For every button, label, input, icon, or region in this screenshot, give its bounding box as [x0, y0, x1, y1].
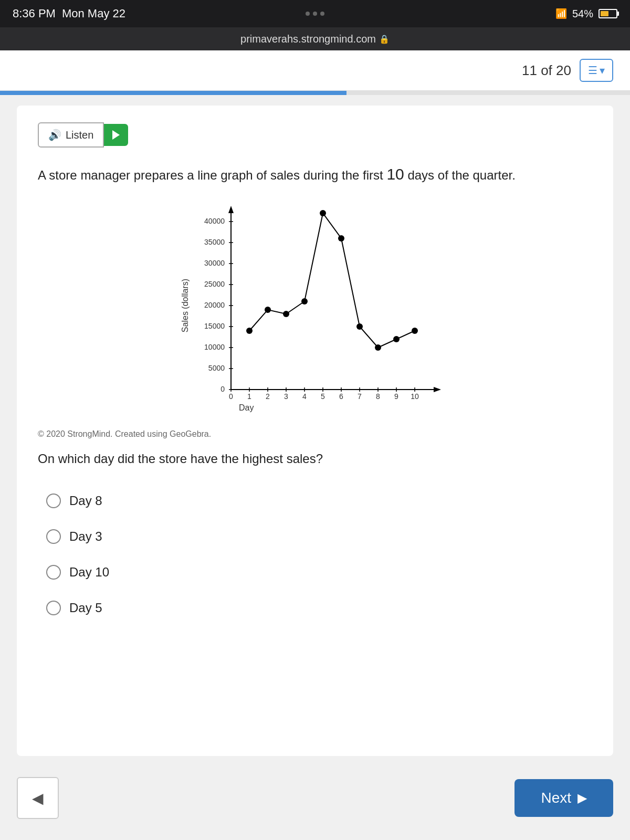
svg-text:1: 1 — [247, 392, 251, 401]
question-text: A store manager prepares a line graph of… — [38, 162, 592, 186]
svg-text:6: 6 — [339, 392, 343, 401]
speaker-icon: 🔊 — [48, 129, 61, 141]
listen-label: Listen — [66, 129, 93, 141]
next-button[interactable]: Next ▶ — [514, 779, 613, 817]
svg-point-47 — [265, 307, 271, 313]
svg-point-48 — [283, 311, 289, 317]
progress-count: 11 of 20 — [522, 62, 571, 79]
line-chart: 0 5000 10000 15000 20000 25000 30000 — [178, 201, 452, 421]
svg-point-55 — [412, 328, 418, 334]
listen-button[interactable]: 🔊 Listen — [38, 122, 104, 148]
list-icon: ☰ — [588, 64, 597, 77]
next-arrow-icon: ▶ — [578, 791, 587, 805]
list-item[interactable]: Day 8 — [38, 483, 592, 519]
svg-text:40000: 40000 — [204, 217, 225, 225]
radio-button-3[interactable] — [46, 565, 61, 580]
svg-text:3: 3 — [284, 392, 288, 401]
svg-marker-3 — [434, 387, 441, 392]
status-dot-1 — [306, 12, 310, 16]
svg-text:20000: 20000 — [204, 301, 225, 309]
svg-text:9: 9 — [394, 392, 398, 401]
svg-point-49 — [301, 298, 308, 304]
svg-text:35000: 35000 — [204, 238, 225, 246]
svg-text:4: 4 — [302, 392, 307, 401]
svg-text:Sales (dollars): Sales (dollars) — [181, 279, 190, 332]
chart-container: 0 5000 10000 15000 20000 25000 30000 — [38, 201, 592, 421]
time-display: 8:36 PM — [13, 7, 56, 20]
svg-point-51 — [338, 235, 344, 242]
next-label: Next — [541, 790, 571, 806]
main-content-area: 🔊 Listen A store manager prepares a line… — [17, 106, 613, 756]
list-menu-button[interactable]: ☰ ▾ — [580, 59, 613, 82]
status-dot-3 — [320, 12, 324, 16]
svg-text:30000: 30000 — [204, 259, 225, 267]
option-label-1: Day 8 — [69, 494, 102, 508]
chevron-down-icon: ▾ — [600, 64, 605, 77]
svg-point-50 — [320, 210, 326, 216]
copyright-text: © 2020 StrongMind. Created using GeoGebr… — [38, 429, 592, 439]
sub-question-text: On which day did the store have the high… — [38, 452, 592, 466]
battery-percentage: 54% — [572, 8, 593, 20]
svg-text:10000: 10000 — [204, 343, 225, 351]
radio-button-1[interactable] — [46, 494, 61, 508]
answer-options: Day 8 Day 3 Day 10 Day 5 — [38, 483, 592, 626]
svg-point-54 — [393, 336, 400, 342]
question-number: 10 — [386, 165, 404, 183]
svg-text:25000: 25000 — [204, 280, 225, 288]
url-bar: primaverahs.strongmind.com 🔒 — [0, 27, 630, 50]
svg-point-52 — [356, 323, 363, 330]
back-button[interactable]: ◀ — [17, 777, 59, 819]
question-text-after: days of the quarter. — [404, 168, 516, 182]
radio-button-2[interactable] — [46, 529, 61, 544]
url-text: primaverahs.strongmind.com — [240, 33, 376, 45]
list-item[interactable]: Day 5 — [38, 590, 592, 626]
svg-text:2: 2 — [266, 392, 270, 401]
svg-text:10: 10 — [411, 392, 419, 401]
option-label-2: Day 3 — [69, 529, 102, 544]
progress-bar-fill — [0, 91, 346, 95]
svg-point-46 — [246, 328, 253, 334]
battery-indicator — [598, 9, 617, 18]
play-button[interactable] — [104, 124, 128, 146]
svg-text:15000: 15000 — [204, 322, 225, 330]
date-display: Mon May 22 — [62, 7, 125, 20]
question-text-before: A store manager prepares a line graph of… — [38, 168, 386, 182]
svg-text:7: 7 — [358, 392, 362, 401]
status-dot-2 — [313, 12, 317, 16]
svg-text:0: 0 — [220, 385, 225, 393]
play-icon — [112, 130, 120, 140]
wifi-icon: 📶 — [555, 8, 567, 19]
list-item[interactable]: Day 3 — [38, 519, 592, 554]
lock-icon: 🔒 — [379, 34, 390, 44]
option-label-3: Day 10 — [69, 565, 109, 580]
svg-text:Day: Day — [239, 403, 254, 412]
radio-button-4[interactable] — [46, 601, 61, 615]
back-icon: ◀ — [32, 790, 44, 807]
option-label-4: Day 5 — [69, 601, 102, 615]
list-item[interactable]: Day 10 — [38, 554, 592, 590]
progress-bar-container — [0, 91, 630, 95]
status-bar: 8:36 PM Mon May 22 📶 54% — [0, 0, 630, 27]
svg-marker-1 — [228, 206, 234, 213]
svg-text:5000: 5000 — [208, 364, 225, 372]
navigation-bar: ◀ Next ▶ — [0, 766, 630, 840]
svg-text:8: 8 — [376, 392, 380, 401]
svg-point-53 — [375, 344, 381, 351]
svg-text:5: 5 — [321, 392, 325, 401]
listen-container: 🔊 Listen — [38, 122, 592, 148]
header: 11 of 20 ☰ ▾ — [0, 50, 630, 91]
svg-text:0: 0 — [229, 392, 233, 401]
